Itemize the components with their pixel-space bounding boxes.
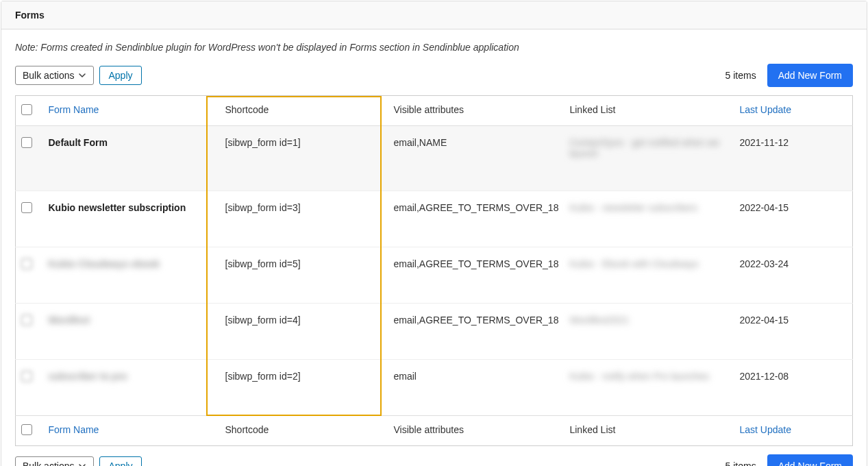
col-header-list: Linked List [564, 96, 734, 126]
add-new-form-button-bottom[interactable]: Add New Form [767, 454, 853, 466]
form-name[interactable]: subscriber to pro [49, 371, 127, 382]
table-row: Kubio Cloudways ebook[sibwp_form id=5]em… [16, 247, 853, 304]
date-cell: 2022-04-15 [734, 304, 852, 360]
shortcode-cell: [sibwp_form id=4] [220, 304, 388, 360]
linked-list-cell: ContactSync · get notified when we launc… [569, 137, 719, 159]
add-new-form-button[interactable]: Add New Form [767, 64, 853, 87]
attrs-cell: email [388, 360, 565, 416]
bulk-actions-select[interactable]: Bulk actions [15, 66, 94, 85]
col-footer-shortcode: Shortcode [220, 416, 388, 446]
linked-list-cell: Wordfest2021 [569, 315, 629, 326]
apply-button[interactable]: Apply [99, 66, 141, 85]
items-count-bottom: 5 items [726, 461, 756, 466]
row-checkbox[interactable] [21, 258, 32, 269]
attrs-cell: email,AGREE_TO_TERMS_OVER_18 [388, 191, 565, 247]
attrs-cell: email,AGREE_TO_TERMS_OVER_18 [388, 247, 565, 304]
toolbar-bottom: Bulk actions Apply 5 items Add New Form [15, 454, 853, 466]
col-footer-name[interactable]: Form Name [49, 424, 99, 435]
col-header-shortcode: Shortcode [220, 96, 388, 126]
chevron-down-icon [78, 462, 86, 466]
note-text: Note: Forms created in Sendinblue plugin… [15, 42, 853, 53]
row-checkbox[interactable] [21, 315, 32, 326]
bulk-actions-select-bottom[interactable]: Bulk actions [15, 456, 94, 466]
table-row: Wordfest[sibwp_form id=4]email,AGREE_TO_… [16, 304, 853, 360]
form-name[interactable]: Kubio newsletter subscription [49, 202, 186, 213]
shortcode-cell: [sibwp_form id=2] [220, 360, 388, 416]
toolbar-top: Bulk actions Apply 5 items Add New Form [15, 64, 853, 87]
form-name[interactable]: Kubio Cloudways ebook [49, 258, 160, 269]
form-name[interactable]: Wordfest [49, 315, 90, 326]
shortcode-cell: [sibwp_form id=1] [220, 126, 388, 191]
linked-list-cell: Kubio · newsletter subscribers [569, 202, 697, 213]
date-cell: 2021-11-12 [734, 126, 852, 191]
col-footer-date[interactable]: Last Update [739, 424, 791, 435]
select-all-checkbox-footer[interactable] [21, 424, 32, 435]
bulk-actions-label: Bulk actions [23, 70, 74, 81]
forms-table: Form Name Shortcode Visible attributes L… [15, 95, 853, 446]
form-name[interactable]: Default Form [49, 137, 108, 148]
shortcode-cell: [sibwp_form id=3] [220, 191, 388, 247]
row-checkbox[interactable] [21, 371, 32, 382]
apply-button-bottom[interactable]: Apply [99, 456, 141, 466]
col-header-date[interactable]: Last Update [739, 104, 791, 115]
chevron-down-icon [78, 71, 86, 79]
col-header-name[interactable]: Form Name [49, 104, 99, 115]
linked-list-cell: Kubio · Ebook with Cloudways [569, 258, 698, 269]
select-all-checkbox[interactable] [21, 104, 32, 115]
row-checkbox[interactable] [21, 202, 32, 213]
bulk-actions-label-bottom: Bulk actions [23, 461, 74, 466]
date-cell: 2022-03-24 [734, 247, 852, 304]
items-count: 5 items [726, 70, 756, 81]
date-cell: 2022-04-15 [734, 191, 852, 247]
linked-list-cell: Kubio · notify when Pro launches [569, 371, 709, 382]
attrs-cell: email,AGREE_TO_TERMS_OVER_18 [388, 304, 565, 360]
table-row: Kubio newsletter subscription[sibwp_form… [16, 191, 853, 247]
shortcode-cell: [sibwp_form id=5] [220, 247, 388, 304]
row-checkbox[interactable] [21, 137, 32, 148]
date-cell: 2021-12-08 [734, 360, 852, 416]
col-footer-list: Linked List [564, 416, 734, 446]
panel-title: Forms [15, 10, 853, 21]
table-row: Default Form[sibwp_form id=1]email,NAMEC… [16, 126, 853, 191]
col-header-attrs: Visible attributes [388, 96, 565, 126]
col-footer-attrs: Visible attributes [388, 416, 565, 446]
table-row: subscriber to pro[sibwp_form id=2]emailK… [16, 360, 853, 416]
attrs-cell: email,NAME [388, 126, 565, 191]
